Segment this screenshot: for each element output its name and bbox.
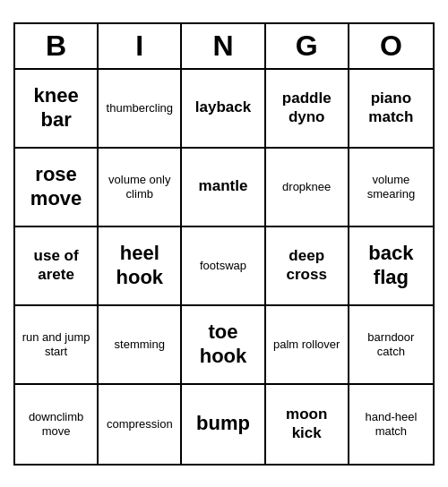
bingo-cell: paddle dyno (266, 70, 349, 149)
cell-text: volume smearing (353, 173, 429, 201)
cell-text: palm rollover (273, 337, 340, 352)
bingo-cell: use of arete (15, 227, 99, 306)
bingo-cell: thumbercling (99, 70, 182, 149)
bingo-cell: toe hook (182, 306, 265, 385)
header-letter: O (349, 24, 433, 68)
bingo-cell: hand-heel match (349, 385, 433, 464)
cell-text: paddle dyno (270, 90, 344, 126)
bingo-cell: knee bar (15, 70, 99, 149)
bingo-cell: layback (182, 70, 265, 149)
cell-text: compression (107, 417, 173, 431)
cell-text: bump (196, 412, 250, 435)
cell-text: knee bar (19, 84, 93, 132)
bingo-cell: run and jump start (15, 306, 99, 385)
cell-text: barndoor catch (353, 330, 429, 358)
header-letter: G (266, 24, 349, 68)
cell-text: heel hook (102, 242, 177, 289)
header-letter: N (182, 24, 265, 68)
cell-text: moon kick (270, 406, 344, 442)
header-letter: B (15, 24, 99, 68)
bingo-cell: piano match (349, 70, 433, 149)
bingo-cell: rose move (15, 149, 99, 227)
cell-text: toe hook (185, 320, 260, 368)
bingo-cell: heel hook (99, 227, 182, 306)
bingo-cell: footswap (182, 227, 265, 306)
bingo-cell: volume only climb (99, 149, 182, 227)
bingo-cell: barndoor catch (349, 306, 433, 385)
cell-text: use of arete (19, 247, 93, 284)
bingo-cell: bump (182, 385, 265, 464)
bingo-cell: back flag (349, 227, 433, 306)
bingo-cell: deep cross (266, 227, 349, 306)
bingo-cell: moon kick (266, 385, 349, 464)
cell-text: mantle (199, 177, 248, 195)
bingo-cell: compression (99, 385, 182, 464)
bingo-grid: knee barthumberclinglaybackpaddle dynopi… (15, 70, 433, 464)
cell-text: deep cross (270, 247, 344, 284)
header-letter: I (99, 24, 182, 68)
cell-text: downclimb move (19, 410, 93, 438)
cell-text: layback (195, 98, 251, 116)
cell-text: footswap (200, 259, 246, 273)
cell-text: run and jump start (19, 330, 93, 358)
cell-text: volume only climb (102, 173, 177, 201)
cell-text: rose move (19, 163, 93, 210)
bingo-cell: downclimb move (15, 385, 99, 464)
bingo-cell: palm rollover (266, 306, 349, 385)
bingo-cell: stemming (99, 306, 182, 385)
cell-text: stemming (115, 337, 165, 352)
bingo-cell: dropknee (266, 149, 349, 227)
cell-text: dropknee (282, 180, 331, 194)
cell-text: hand-heel match (353, 410, 429, 438)
cell-text: piano match (353, 90, 429, 126)
bingo-header: BINGO (15, 24, 433, 70)
bingo-cell: mantle (182, 149, 265, 227)
cell-text: back flag (353, 242, 429, 289)
bingo-cell: volume smearing (349, 149, 433, 227)
bingo-card: BINGO knee barthumberclinglaybackpaddle … (13, 22, 435, 466)
cell-text: thumbercling (107, 101, 173, 115)
